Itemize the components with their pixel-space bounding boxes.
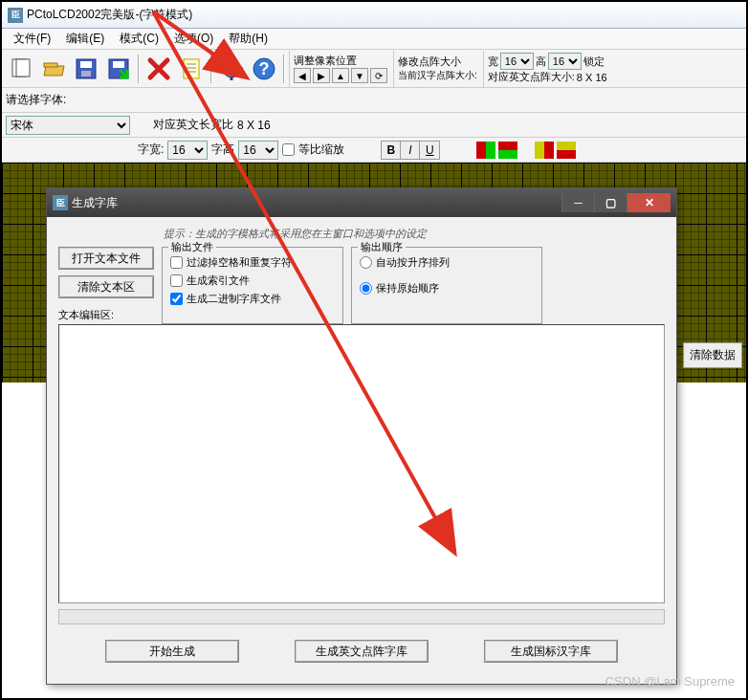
shift-left-icon[interactable]: ◀ (294, 68, 311, 83)
underline-button[interactable]: U (420, 142, 439, 159)
auto-sort-radio[interactable] (360, 256, 372, 269)
output-order-title: 输出顺序 (358, 240, 406, 254)
scale-label: 等比缩放 (298, 142, 344, 158)
bold-button[interactable]: B (382, 142, 401, 159)
lock-label: 锁定 (583, 55, 605, 69)
font-row: 请选择字体: (2, 88, 746, 113)
dialog-titlebar[interactable]: 臣 生成字库 ─ ▢ ✕ (47, 188, 676, 217)
en-ratio-val: 8 X 16 (237, 119, 271, 132)
toolbar-separator (210, 55, 212, 83)
svg-text:?: ? (259, 59, 270, 78)
generate-font-dialog: 臣 生成字库 ─ ▢ ✕ 提示：生成的字模格式将采用您在主窗口和选项中的设定 打… (46, 187, 677, 685)
svg-rect-1 (16, 59, 30, 77)
menu-mode[interactable]: 模式(C) (112, 29, 166, 49)
flip-buttons (476, 142, 576, 159)
dialog-title: 生成字库 (72, 195, 561, 211)
open-file-icon[interactable] (38, 53, 69, 85)
menu-file[interactable]: 文件(F) (6, 29, 58, 49)
svg-rect-9 (184, 59, 199, 78)
font-row-3: 字宽: 16 字高 16 等比缩放 B I U (2, 138, 746, 163)
clear-text-button[interactable]: 清除文本区 (58, 275, 154, 298)
char-width-select[interactable]: 16 (167, 141, 208, 160)
pixel-group-title: 调整像素位置 (294, 54, 387, 68)
keep-order-radio[interactable] (360, 282, 372, 295)
save-icon[interactable] (71, 53, 101, 85)
save-as-icon[interactable] (103, 53, 134, 85)
horizontal-scrollbar[interactable] (58, 609, 665, 624)
svg-rect-8 (113, 61, 124, 68)
svg-point-14 (228, 65, 235, 73)
keep-order-label: 保持原始顺序 (376, 281, 439, 295)
maximize-button[interactable]: ▢ (594, 193, 627, 212)
new-file-icon[interactable] (6, 53, 36, 85)
font-row-2: 宋体 对应英文长宽比 8 X 16 (2, 113, 746, 138)
menu-option[interactable]: 选项(O) (166, 29, 221, 49)
shift-up-icon[interactable]: ▲ (332, 68, 349, 83)
italic-button[interactable]: I (401, 142, 420, 159)
binary-checkbox[interactable] (170, 293, 183, 305)
matrix-group-title: 修改点阵大小 (398, 55, 477, 69)
text-area-label: 文本编辑区: (58, 304, 154, 324)
close-button[interactable]: ✕ (627, 193, 671, 212)
index-label: 生成索引文件 (187, 273, 250, 288)
minimize-button[interactable]: ─ (561, 193, 594, 212)
toolbar-separator (138, 55, 140, 83)
svg-rect-3 (44, 63, 57, 67)
delete-icon[interactable] (143, 53, 174, 85)
svg-rect-6 (81, 71, 91, 77)
width-select[interactable]: 16 (500, 53, 534, 70)
open-text-file-button[interactable]: 打开文本文件 (58, 247, 154, 270)
menu-bar: 文件(F) 编辑(E) 模式(C) 选项(O) 帮助(H) (2, 29, 746, 50)
flip-h-icon[interactable] (476, 142, 495, 159)
generate-en-font-button[interactable]: 生成英文点阵字库 (295, 640, 429, 663)
title-bar: 臣 PCtoLCD2002完美版-(字符模式) (2, 2, 746, 29)
select-font-label: 请选择字体: (6, 92, 66, 108)
filter-checkbox[interactable] (170, 256, 183, 269)
binary-label: 生成二进制字库文件 (187, 292, 281, 306)
menu-help[interactable]: 帮助(H) (221, 29, 275, 49)
en-matrix-val: 8 X 16 (577, 72, 607, 83)
width-label: 宽 (488, 55, 498, 69)
notes-icon[interactable] (176, 53, 207, 85)
height-select[interactable]: 16 (548, 53, 582, 70)
filter-label: 过滤掉空格和重复字符 (187, 255, 292, 270)
font-select[interactable]: 宋体 (6, 116, 130, 135)
reset-pos-icon[interactable]: ⟳ (370, 68, 387, 83)
scale-checkbox[interactable] (282, 143, 295, 156)
flip-v-icon[interactable] (498, 142, 517, 159)
char-width-label: 字宽: (138, 142, 164, 158)
help-icon[interactable]: ? (249, 53, 279, 85)
pixel-position-group: 调整像素位置 ◀ ▶ ▲ ▼ ⟳ (289, 51, 391, 87)
settings-gear-icon[interactable] (216, 53, 247, 85)
output-file-group: 输出文件 过滤掉空格和重复字符 生成索引文件 生成二进制字库文件 (162, 247, 343, 324)
generate-cn-font-button[interactable]: 生成国标汉字库 (484, 640, 618, 663)
menu-edit[interactable]: 编辑(E) (58, 29, 112, 49)
svg-rect-5 (80, 61, 92, 68)
mirror-v-icon[interactable] (557, 142, 576, 159)
shift-right-icon[interactable]: ▶ (313, 68, 330, 83)
wh-group: 宽 16 高 16 锁定 对应英文点阵大小: 8 X 16 (483, 51, 611, 87)
char-height-label: 字高 (211, 142, 234, 158)
matrix-size-group: 修改点阵大小 当前汉字点阵大小: (393, 51, 481, 87)
shift-down-icon[interactable]: ▼ (351, 68, 368, 83)
text-edit-area[interactable] (58, 324, 665, 603)
app-icon: 臣 (8, 8, 23, 23)
output-order-group: 输出顺序 自动按升序排列 保持原始顺序 (351, 247, 542, 324)
en-matrix-label: 对应英文点阵大小: (488, 70, 575, 84)
start-generate-button[interactable]: 开始生成 (105, 640, 239, 663)
toolbar-separator (283, 55, 285, 83)
index-checkbox[interactable] (170, 274, 183, 287)
height-label: 高 (536, 55, 546, 69)
clear-data-button[interactable]: 清除数据 (683, 342, 742, 368)
current-cn-label: 当前汉字点阵大小: (398, 69, 477, 82)
text-style-group: B I U (381, 141, 440, 160)
mirror-h-icon[interactable] (535, 142, 554, 159)
toolbar: ? 调整像素位置 ◀ ▶ ▲ ▼ ⟳ 修改点阵大小 当前汉字点阵大小: 宽 16… (2, 50, 746, 88)
watermark: CSDN @I am Supreme (605, 674, 735, 689)
char-height-select[interactable]: 16 (238, 141, 278, 160)
output-file-title: 输出文件 (168, 240, 216, 254)
en-ratio-label: 对应英文长宽比 (153, 117, 233, 133)
auto-sort-label: 自动按升序排列 (376, 255, 450, 270)
app-title: PCtoLCD2002完美版-(字符模式) (27, 7, 192, 23)
dialog-icon: 臣 (53, 195, 68, 210)
